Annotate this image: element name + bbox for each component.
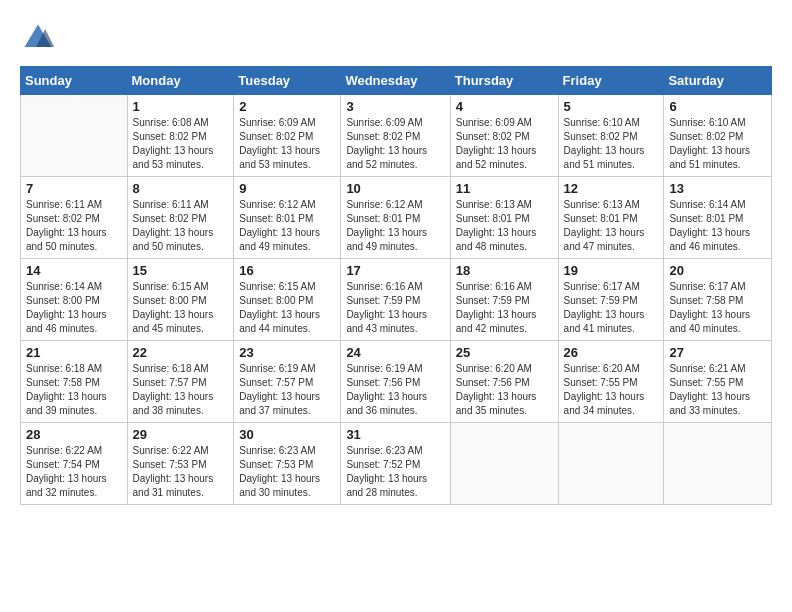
day-detail: Sunrise: 6:17 AM Sunset: 7:59 PM Dayligh…	[564, 280, 659, 336]
calendar-cell: 30Sunrise: 6:23 AM Sunset: 7:53 PM Dayli…	[234, 423, 341, 505]
calendar-cell: 11Sunrise: 6:13 AM Sunset: 8:01 PM Dayli…	[450, 177, 558, 259]
logo-icon	[20, 20, 56, 56]
calendar-cell: 27Sunrise: 6:21 AM Sunset: 7:55 PM Dayli…	[664, 341, 772, 423]
day-detail: Sunrise: 6:09 AM Sunset: 8:02 PM Dayligh…	[456, 116, 553, 172]
day-detail: Sunrise: 6:13 AM Sunset: 8:01 PM Dayligh…	[456, 198, 553, 254]
calendar-cell: 5Sunrise: 6:10 AM Sunset: 8:02 PM Daylig…	[558, 95, 664, 177]
day-detail: Sunrise: 6:19 AM Sunset: 7:57 PM Dayligh…	[239, 362, 335, 418]
day-number: 19	[564, 263, 659, 278]
day-number: 16	[239, 263, 335, 278]
calendar-cell: 9Sunrise: 6:12 AM Sunset: 8:01 PM Daylig…	[234, 177, 341, 259]
calendar-week-3: 14Sunrise: 6:14 AM Sunset: 8:00 PM Dayli…	[21, 259, 772, 341]
day-number: 2	[239, 99, 335, 114]
calendar-cell	[664, 423, 772, 505]
calendar-week-4: 21Sunrise: 6:18 AM Sunset: 7:58 PM Dayli…	[21, 341, 772, 423]
day-number: 1	[133, 99, 229, 114]
calendar-cell: 8Sunrise: 6:11 AM Sunset: 8:02 PM Daylig…	[127, 177, 234, 259]
day-detail: Sunrise: 6:10 AM Sunset: 8:02 PM Dayligh…	[564, 116, 659, 172]
calendar-cell: 1Sunrise: 6:08 AM Sunset: 8:02 PM Daylig…	[127, 95, 234, 177]
day-number: 15	[133, 263, 229, 278]
day-number: 9	[239, 181, 335, 196]
day-detail: Sunrise: 6:16 AM Sunset: 7:59 PM Dayligh…	[456, 280, 553, 336]
calendar-cell: 31Sunrise: 6:23 AM Sunset: 7:52 PM Dayli…	[341, 423, 450, 505]
day-detail: Sunrise: 6:23 AM Sunset: 7:53 PM Dayligh…	[239, 444, 335, 500]
day-number: 13	[669, 181, 766, 196]
day-number: 22	[133, 345, 229, 360]
day-number: 11	[456, 181, 553, 196]
calendar-cell: 23Sunrise: 6:19 AM Sunset: 7:57 PM Dayli…	[234, 341, 341, 423]
day-number: 4	[456, 99, 553, 114]
calendar-cell: 16Sunrise: 6:15 AM Sunset: 8:00 PM Dayli…	[234, 259, 341, 341]
day-detail: Sunrise: 6:12 AM Sunset: 8:01 PM Dayligh…	[239, 198, 335, 254]
calendar-cell: 25Sunrise: 6:20 AM Sunset: 7:56 PM Dayli…	[450, 341, 558, 423]
day-number: 7	[26, 181, 122, 196]
day-detail: Sunrise: 6:12 AM Sunset: 8:01 PM Dayligh…	[346, 198, 444, 254]
day-number: 5	[564, 99, 659, 114]
day-number: 25	[456, 345, 553, 360]
day-detail: Sunrise: 6:14 AM Sunset: 8:00 PM Dayligh…	[26, 280, 122, 336]
calendar-week-1: 1Sunrise: 6:08 AM Sunset: 8:02 PM Daylig…	[21, 95, 772, 177]
day-detail: Sunrise: 6:08 AM Sunset: 8:02 PM Dayligh…	[133, 116, 229, 172]
calendar-cell: 26Sunrise: 6:20 AM Sunset: 7:55 PM Dayli…	[558, 341, 664, 423]
day-detail: Sunrise: 6:11 AM Sunset: 8:02 PM Dayligh…	[133, 198, 229, 254]
calendar-cell: 17Sunrise: 6:16 AM Sunset: 7:59 PM Dayli…	[341, 259, 450, 341]
calendar-cell: 4Sunrise: 6:09 AM Sunset: 8:02 PM Daylig…	[450, 95, 558, 177]
day-number: 10	[346, 181, 444, 196]
day-number: 23	[239, 345, 335, 360]
calendar-cell: 15Sunrise: 6:15 AM Sunset: 8:00 PM Dayli…	[127, 259, 234, 341]
day-number: 28	[26, 427, 122, 442]
day-number: 12	[564, 181, 659, 196]
header-row: SundayMondayTuesdayWednesdayThursdayFrid…	[21, 67, 772, 95]
logo	[20, 20, 60, 56]
day-number: 21	[26, 345, 122, 360]
day-detail: Sunrise: 6:17 AM Sunset: 7:58 PM Dayligh…	[669, 280, 766, 336]
calendar-cell: 28Sunrise: 6:22 AM Sunset: 7:54 PM Dayli…	[21, 423, 128, 505]
day-detail: Sunrise: 6:10 AM Sunset: 8:02 PM Dayligh…	[669, 116, 766, 172]
day-detail: Sunrise: 6:22 AM Sunset: 7:53 PM Dayligh…	[133, 444, 229, 500]
calendar-cell: 14Sunrise: 6:14 AM Sunset: 8:00 PM Dayli…	[21, 259, 128, 341]
calendar-cell: 3Sunrise: 6:09 AM Sunset: 8:02 PM Daylig…	[341, 95, 450, 177]
calendar-cell: 24Sunrise: 6:19 AM Sunset: 7:56 PM Dayli…	[341, 341, 450, 423]
header-saturday: Saturday	[664, 67, 772, 95]
day-number: 8	[133, 181, 229, 196]
day-number: 27	[669, 345, 766, 360]
calendar-header: SundayMondayTuesdayWednesdayThursdayFrid…	[21, 67, 772, 95]
calendar-cell: 20Sunrise: 6:17 AM Sunset: 7:58 PM Dayli…	[664, 259, 772, 341]
page-header	[20, 20, 772, 56]
day-detail: Sunrise: 6:16 AM Sunset: 7:59 PM Dayligh…	[346, 280, 444, 336]
header-wednesday: Wednesday	[341, 67, 450, 95]
calendar-cell: 13Sunrise: 6:14 AM Sunset: 8:01 PM Dayli…	[664, 177, 772, 259]
day-number: 29	[133, 427, 229, 442]
calendar-table: SundayMondayTuesdayWednesdayThursdayFrid…	[20, 66, 772, 505]
day-number: 24	[346, 345, 444, 360]
day-detail: Sunrise: 6:20 AM Sunset: 7:55 PM Dayligh…	[564, 362, 659, 418]
day-number: 14	[26, 263, 122, 278]
calendar-cell: 10Sunrise: 6:12 AM Sunset: 8:01 PM Dayli…	[341, 177, 450, 259]
day-detail: Sunrise: 6:11 AM Sunset: 8:02 PM Dayligh…	[26, 198, 122, 254]
header-tuesday: Tuesday	[234, 67, 341, 95]
day-detail: Sunrise: 6:19 AM Sunset: 7:56 PM Dayligh…	[346, 362, 444, 418]
calendar-body: 1Sunrise: 6:08 AM Sunset: 8:02 PM Daylig…	[21, 95, 772, 505]
header-thursday: Thursday	[450, 67, 558, 95]
day-detail: Sunrise: 6:13 AM Sunset: 8:01 PM Dayligh…	[564, 198, 659, 254]
calendar-week-5: 28Sunrise: 6:22 AM Sunset: 7:54 PM Dayli…	[21, 423, 772, 505]
calendar-cell	[21, 95, 128, 177]
header-monday: Monday	[127, 67, 234, 95]
day-number: 18	[456, 263, 553, 278]
day-detail: Sunrise: 6:15 AM Sunset: 8:00 PM Dayligh…	[133, 280, 229, 336]
day-number: 6	[669, 99, 766, 114]
day-detail: Sunrise: 6:09 AM Sunset: 8:02 PM Dayligh…	[346, 116, 444, 172]
day-detail: Sunrise: 6:09 AM Sunset: 8:02 PM Dayligh…	[239, 116, 335, 172]
day-number: 26	[564, 345, 659, 360]
day-detail: Sunrise: 6:21 AM Sunset: 7:55 PM Dayligh…	[669, 362, 766, 418]
day-detail: Sunrise: 6:18 AM Sunset: 7:58 PM Dayligh…	[26, 362, 122, 418]
day-number: 17	[346, 263, 444, 278]
calendar-cell: 7Sunrise: 6:11 AM Sunset: 8:02 PM Daylig…	[21, 177, 128, 259]
calendar-cell: 12Sunrise: 6:13 AM Sunset: 8:01 PM Dayli…	[558, 177, 664, 259]
day-detail: Sunrise: 6:20 AM Sunset: 7:56 PM Dayligh…	[456, 362, 553, 418]
day-detail: Sunrise: 6:22 AM Sunset: 7:54 PM Dayligh…	[26, 444, 122, 500]
day-detail: Sunrise: 6:15 AM Sunset: 8:00 PM Dayligh…	[239, 280, 335, 336]
calendar-cell: 22Sunrise: 6:18 AM Sunset: 7:57 PM Dayli…	[127, 341, 234, 423]
header-friday: Friday	[558, 67, 664, 95]
day-detail: Sunrise: 6:14 AM Sunset: 8:01 PM Dayligh…	[669, 198, 766, 254]
